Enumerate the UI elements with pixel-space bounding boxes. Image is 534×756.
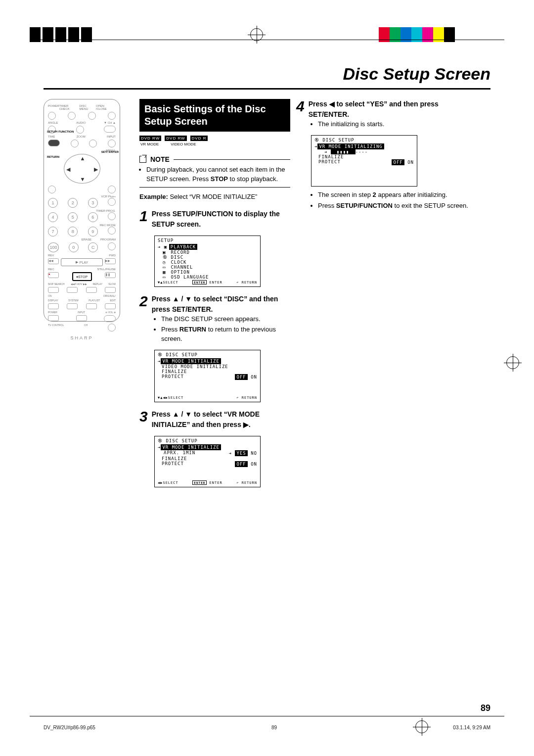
- chip-sub: VIDEO MODE: [171, 142, 196, 146]
- remote-num: 100: [48, 242, 59, 252]
- step-3: 3 Press ▲ / ▼ to select “VR MODE INITIAL…: [139, 409, 290, 430]
- remote-num: 2: [68, 198, 78, 208]
- footer-timestamp: 03.1.14, 9:29 AM: [453, 725, 490, 730]
- remote-fwd-label: FWD: [109, 254, 116, 257]
- remote-rec-label: REC: [48, 268, 54, 271]
- post-bullet: Press SETUP/FUNCTION to exit the SETUP s…: [318, 201, 469, 211]
- post-bullet: The screen in step 2 appears after initi…: [318, 190, 469, 200]
- remote-label: INPUT: [78, 311, 85, 314]
- remote-label: SKIP SEARCH: [48, 283, 65, 285]
- print-registration-top: [30, 25, 504, 45]
- disc-chips: DVD RW DVD RW DVD R: [139, 136, 290, 141]
- remote-illustration: POWER TIMER CHECK DISC MENU OPEN /CLOSE …: [44, 99, 120, 322]
- remote-label: DISPLAY: [48, 299, 58, 302]
- chip-sub: VR MODE: [140, 142, 159, 146]
- remote-column: POWER TIMER CHECK DISC MENU OPEN /CLOSE …: [44, 99, 130, 322]
- remote-btn-label: AUDIO: [76, 121, 86, 124]
- crosshair-right-icon: [506, 356, 519, 369]
- chip: DVD RW: [165, 136, 186, 141]
- remote-still-label: STILL/PAUSE: [97, 268, 116, 271]
- remote-return-label: RETURN: [47, 155, 59, 158]
- footer-file: DV_RW2U#p86-99.p65: [44, 725, 95, 730]
- remote-setup-function-label: SETUP/ FUNCTION: [47, 130, 74, 134]
- osd-title: SETUP: [156, 237, 259, 244]
- crosshair-bottom-icon: [415, 720, 428, 733]
- note-bullet: During playback, you cannot set each ite…: [146, 165, 290, 184]
- remote-num: 0: [69, 242, 79, 252]
- remote-btn-label: TIMER CHECK: [59, 104, 80, 110]
- remote-label: SYSTEM: [68, 299, 79, 302]
- remote-btn-label: ANGLE: [48, 121, 58, 124]
- remote-label: SLOW: [108, 283, 116, 285]
- osd-disc-setup-1: ⦿ DISC SETUP ➔VR MODE INITIALIZE VIDEO M…: [154, 350, 261, 402]
- remote-set-enter-label: SET/ ENTER: [101, 150, 119, 153]
- note-heading: NOTE: [139, 155, 290, 163]
- step2-bullet: Press RETURN to return to the previous s…: [161, 325, 290, 344]
- remote-num: 9: [88, 227, 98, 236]
- remote-btn-label: TIME: [48, 135, 55, 138]
- note-end-rule: [139, 187, 290, 188]
- step-1: 1 Press SETUP/FUNCTION to display the SE…: [139, 209, 290, 230]
- remote-num: 5: [68, 212, 78, 222]
- remote-num: 4: [48, 212, 58, 222]
- remote-label: VOL: [108, 311, 113, 314]
- remote-num: 3: [88, 198, 98, 208]
- remote-play-label: PLAY: [80, 261, 88, 264]
- page-number: 89: [481, 703, 490, 713]
- remote-btn-label: CH: [108, 121, 112, 124]
- remote-rev-label: REV: [48, 254, 54, 257]
- remote-label: POWER: [48, 311, 57, 314]
- remote-dpad: ▲ ▼ ◀ ▶: [64, 154, 100, 184]
- chip: DVD RW: [139, 136, 161, 141]
- remote-num: C: [88, 242, 98, 252]
- remote-label: PROGRAM: [100, 238, 116, 241]
- top-rule: [30, 40, 504, 40]
- bottom-rule: [30, 716, 504, 716]
- remote-label: ERASE: [82, 238, 91, 241]
- remote-num: 1: [48, 198, 58, 208]
- remote-tvcontrol-label: TV CONTROL: [48, 324, 64, 331]
- section-heading: Basic Settings of the Disc Setup Screen: [139, 99, 290, 132]
- step4-bullet: The initializing is starts.: [318, 120, 469, 129]
- note-label: NOTE: [150, 155, 170, 163]
- step2-bullet: The DISC SETUP screen appears.: [161, 315, 290, 324]
- chip-sublabels: VR MODE VIDEO MODE: [139, 142, 290, 146]
- title-underline: [44, 88, 490, 90]
- remote-btn-label: INPUT: [107, 135, 116, 138]
- example-line: Example: Select “VR MODE INITIALIZE”: [139, 192, 290, 202]
- remote-num: 8: [68, 227, 78, 236]
- step-4: 4 Press ◀ to select “YES” and then press…: [296, 99, 469, 120]
- remote-label: PLAYLIST: [89, 299, 100, 302]
- chip: DVD R: [190, 136, 208, 141]
- remote-brand: SHARP: [48, 335, 116, 340]
- remote-num: 7: [48, 227, 58, 236]
- remote-label: EDIT: [110, 299, 116, 302]
- remote-btn-label: POWER: [48, 104, 59, 110]
- remote-btn-label: OPEN /CLOSE: [96, 104, 116, 110]
- remote-stop-button: ■STOP: [72, 272, 92, 281]
- remote-num: 6: [88, 212, 98, 222]
- page-title: Disc Setup Screen: [343, 64, 490, 84]
- note-icon: [139, 156, 146, 163]
- remote-label: REPLAY: [93, 283, 102, 285]
- footer-page: 89: [271, 725, 277, 730]
- remote-btn-label: DISC MENU: [80, 104, 96, 110]
- osd-setup-screen: SETUP ➔ ▣PLAYBACK ▣ RECORD ⦿ DISC ◷ CLOC…: [154, 236, 261, 287]
- remote-btn-label: ZOOM: [77, 135, 86, 138]
- osd-disc-setup-2: ⦿ DISC SETUP ➔VR MODE INITIALIZE APRX. 1…: [154, 436, 261, 487]
- step-2: 2 Press ▲ / ▼ to select “DISC” and then …: [139, 294, 290, 315]
- osd-disc-setup-3: ⦿ DISC SETUP ➔VR MODE INITIALIZING ➔ ▮▮▮…: [311, 135, 417, 187]
